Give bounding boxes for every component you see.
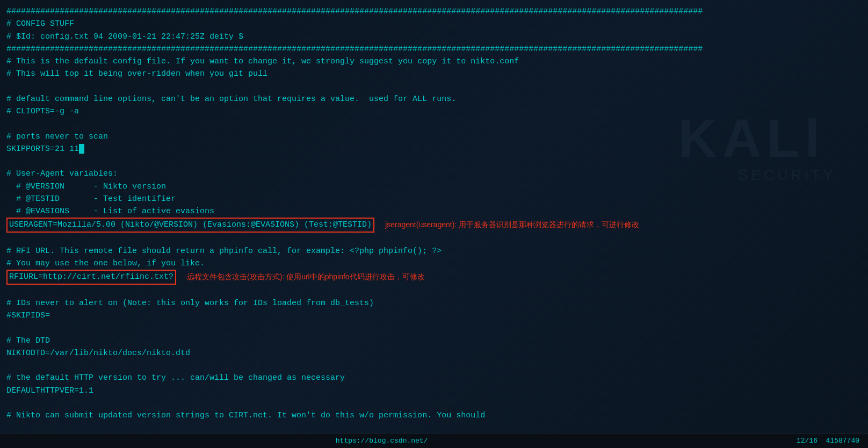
rfiurl-box: RFIURL=http://cirt.net/rfiinc.txt? — [6, 270, 176, 284]
line-useragent: USERAGENT=Mozilla/5.00 (Nikto/@VERSION) … — [6, 218, 862, 232]
line-blank3 — [6, 155, 862, 168]
line-ua-comment4: # @EVASIONS - List of active evasions — [6, 205, 862, 218]
useragent-box: USERAGENT=Mozilla/5.00 (Nikto/@VERSION) … — [6, 218, 374, 232]
status-url: https://blog.csdn.net/ — [336, 437, 797, 445]
line-ua-comment2: # @VERSION - Nikto version — [6, 180, 862, 193]
line-http-val: DEFAULTHTTPVER=1.1 — [6, 385, 862, 397]
line-blank5 — [6, 285, 862, 297]
line-ua-comment1: # User-Agent variables: — [6, 168, 862, 180]
status-id: 41587740 — [818, 437, 859, 445]
line-cliopts-comment: # default command line options, can't be… — [6, 93, 862, 105]
line-http-comment: # the default HTTP version to try ... ca… — [6, 372, 862, 384]
line-ports-comment: # ports never to scan — [6, 131, 862, 143]
terminal-window: KALl SECURITY ##########################… — [0, 0, 868, 448]
line-nikto-submit: # Nikto can submit updated version strin… — [6, 409, 862, 422]
line-dtd-val: NIKTODTD=/var/lib/nikto/docs/nikto.dtd — [6, 347, 862, 359]
line-rfiurl: RFIURL=http://cirt.net/rfiinc.txt? 远程文件包… — [6, 270, 862, 284]
line-id: # $Id: config.txt 94 2009-01-21 22:47:25… — [6, 31, 862, 43]
line-skipids: #SKIPIDS= — [6, 309, 862, 322]
line-blank7 — [6, 359, 862, 372]
line-default2: # This will top it being over-ridden whe… — [6, 68, 862, 80]
line-blank6 — [6, 322, 862, 334]
terminal-content: ########################################… — [6, 5, 862, 422]
line-default1: # This is the default config file. If yo… — [6, 55, 862, 68]
line-blank1 — [6, 81, 862, 93]
line-blank4 — [6, 233, 862, 245]
line-config-title: # CONFIG STUFF — [6, 18, 862, 30]
line-cliopts-val: # CLIOPTS=-g -a — [6, 105, 862, 118]
status-page: 12/16 — [797, 437, 818, 445]
line-rfi-comment2: # You may use the one below, if you like… — [6, 257, 862, 270]
line-blank2 — [6, 118, 862, 130]
useragent-annotation: jseragent(useragent): 用于服务器识别是那种浏览器进行的请求… — [385, 219, 639, 231]
line-blank8 — [6, 397, 862, 409]
status-bar: https://blog.csdn.net/ 12/16 41587740 — [0, 433, 868, 448]
rfiurl-annotation: 远程文件包含攻击(攻击方式): 使用url中的phpinfo代码进行攻击，可修改 — [187, 271, 425, 283]
text-cursor — [79, 144, 84, 154]
line-dtd-comment: # The DTD — [6, 335, 862, 347]
line-ua-comment3: # @TESTID - Test identifier — [6, 193, 862, 205]
line-ids-comment: # IDs never to alert on (Note: this only… — [6, 297, 862, 309]
line-rfi-comment1: # RFI URL. This remote file should retur… — [6, 245, 862, 257]
line-skipports: SKIPPORTS=21 11 — [6, 143, 862, 155]
line-separator2: ########################################… — [6, 43, 862, 55]
line-separator1: ########################################… — [6, 5, 862, 18]
